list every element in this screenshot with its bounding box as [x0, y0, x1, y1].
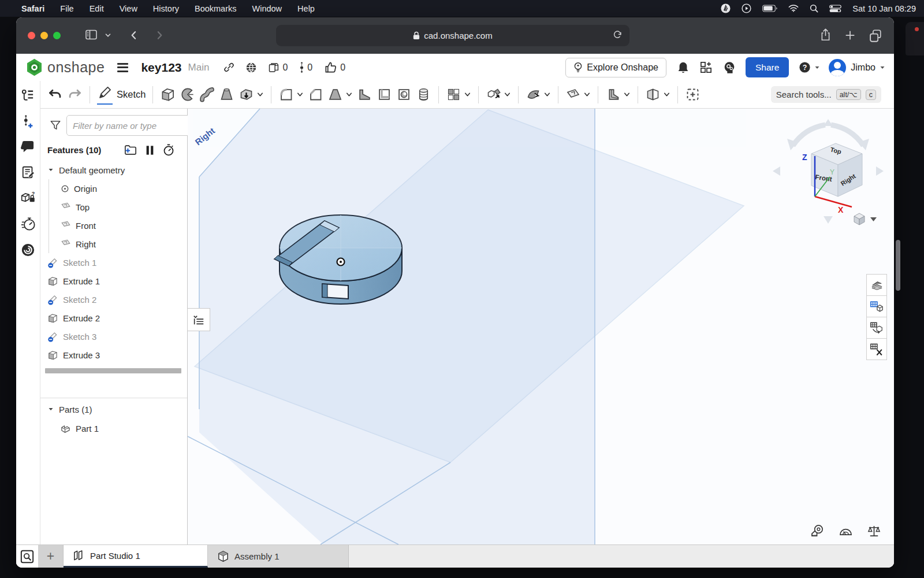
menu-edit[interactable]: Edit [90, 4, 104, 13]
play-status-icon[interactable] [742, 3, 751, 13]
menu-window[interactable]: Window [252, 4, 282, 13]
configurations-panel-button[interactable] [866, 295, 887, 317]
versions-icon[interactable] [299, 61, 304, 75]
document-menu-icon[interactable] [117, 63, 128, 72]
share-icon[interactable] [819, 27, 832, 43]
mass-properties-button[interactable] [867, 524, 881, 538]
origin-marker[interactable] [337, 258, 345, 266]
tab-assembly-1[interactable]: Assembly 1 [208, 545, 349, 568]
dock-assistant-button[interactable] [21, 243, 35, 257]
graphics-viewport[interactable]: Right [188, 109, 894, 544]
draft-tool-button[interactable] [327, 87, 343, 102]
roll-ccw-arrow[interactable] [793, 125, 825, 146]
thicken-dropdown-icon[interactable] [256, 91, 264, 98]
feature-default-geometry[interactable]: Default geometry [40, 161, 187, 179]
view-cube[interactable]: Top Front Right Z X Y [773, 119, 884, 225]
undo-button[interactable] [47, 87, 63, 102]
right-plane-label[interactable]: Right [193, 125, 217, 147]
window-scrollbar[interactable] [896, 240, 900, 291]
public-globe-icon[interactable] [245, 61, 258, 74]
hole-tool-button[interactable] [396, 87, 412, 102]
custom-tables-panel-button[interactable] [866, 317, 887, 339]
suppress-pause-icon[interactable] [146, 145, 154, 155]
feature-sketch-1[interactable]: Sketch 1 [40, 253, 187, 272]
view-options-chevron-icon[interactable] [870, 217, 877, 221]
part-row-1[interactable]: Part 1 [40, 419, 187, 438]
document-title[interactable]: key123 [141, 61, 181, 75]
pattern-dropdown-icon[interactable] [464, 91, 471, 98]
sketch-button[interactable]: Sketch [97, 85, 146, 105]
rotate-down-arrow[interactable] [824, 216, 833, 224]
sketch-planes[interactable] [188, 109, 744, 544]
variables-panel-button[interactable] [866, 338, 887, 360]
view-options-button[interactable] [854, 213, 877, 225]
menu-history[interactable]: History [153, 4, 179, 13]
fillet-tool-button[interactable] [278, 87, 294, 102]
filter-funnel-icon[interactable] [50, 120, 61, 131]
part-body[interactable] [274, 215, 402, 304]
control-center-icon[interactable] [829, 5, 841, 13]
user-avatar[interactable] [829, 59, 846, 76]
appearance-panel-button[interactable] [866, 274, 887, 296]
add-tab-button[interactable]: + [38, 545, 64, 568]
help-icon[interactable]: ? [798, 61, 811, 74]
minimize-window-button[interactable] [40, 32, 48, 39]
menu-bar-clock[interactable]: Sat 10 Jan 08:29 [852, 4, 916, 13]
fillet-dropdown-icon[interactable] [296, 91, 304, 98]
feature-extrude-2[interactable]: Extrude 2 [40, 309, 187, 327]
rotate-right-arrow[interactable] [876, 166, 884, 176]
scene-canvas[interactable]: Right [188, 109, 894, 544]
chevron-down-icon[interactable] [47, 166, 54, 173]
tab-part-studio-1[interactable]: Part Studio 1 [64, 545, 208, 568]
share-link-icon[interactable] [223, 61, 235, 73]
sidebar-toggle-icon[interactable] [84, 28, 98, 42]
menu-file[interactable]: File [60, 4, 73, 13]
draft-dropdown-icon[interactable] [345, 91, 353, 98]
feature-right-plane[interactable]: Right [49, 235, 187, 253]
roll-cw-arrow[interactable] [831, 125, 863, 146]
copies-icon[interactable] [267, 61, 280, 74]
filter-input[interactable] [66, 115, 195, 136]
transform-dropdown-icon[interactable] [504, 91, 511, 98]
feature-top-plane[interactable]: Top [49, 198, 187, 216]
search-tabs-button[interactable] [16, 545, 38, 568]
back-button[interactable] [128, 29, 140, 42]
chevron-down-icon[interactable] [47, 406, 54, 413]
regeneration-time-icon[interactable] [163, 144, 174, 156]
split-tool-button[interactable] [645, 87, 661, 102]
status-app-icon[interactable] [721, 3, 731, 13]
menu-view[interactable]: View [120, 4, 137, 13]
dock-performance-button[interactable] [21, 217, 36, 231]
redo-button[interactable] [67, 87, 83, 102]
protractor-button[interactable] [839, 524, 853, 538]
new-folder-icon[interactable] [124, 144, 137, 155]
notifications-bell-icon[interactable] [677, 61, 690, 75]
tape-measure-button[interactable] [810, 524, 825, 538]
menu-help[interactable]: Help [297, 4, 315, 13]
transform-tool-button[interactable] [486, 87, 501, 102]
pattern-tool-button[interactable] [446, 87, 461, 102]
address-bar[interactable]: cad.onshape.com [276, 25, 629, 46]
search-tools-box[interactable]: Search tools... alt/⌥ c [771, 86, 881, 103]
chamfer-tool-button[interactable] [308, 87, 323, 102]
sheet-metal-dropdown-icon[interactable] [623, 91, 631, 98]
dock-outline-button[interactable] [21, 88, 35, 102]
rollback-bar[interactable] [45, 368, 181, 373]
workspace-name[interactable]: Main [188, 62, 210, 73]
feature-sketch-2[interactable]: Sketch 2 [40, 290, 187, 309]
split-dropdown-icon[interactable] [663, 91, 670, 98]
extrude-tool-button[interactable] [160, 87, 176, 102]
reload-icon[interactable] [612, 29, 623, 40]
zoom-window-button[interactable] [53, 32, 61, 39]
surface-tool-button[interactable] [526, 87, 541, 102]
panel-collapse-button[interactable] [187, 308, 210, 331]
rotate-left-arrow[interactable] [773, 166, 780, 176]
explore-onshape-button[interactable]: Explore Onshape [565, 58, 666, 77]
user-name[interactable]: Jimbo [851, 62, 875, 73]
feature-sketch-3[interactable]: Sketch 3 [40, 327, 187, 346]
thread-tool-button[interactable] [416, 87, 431, 102]
surface-dropdown-icon[interactable] [543, 91, 551, 98]
sweep-tool-button[interactable] [199, 87, 215, 102]
loft-tool-button[interactable] [219, 87, 234, 102]
menu-safari[interactable]: Safari [21, 4, 44, 13]
